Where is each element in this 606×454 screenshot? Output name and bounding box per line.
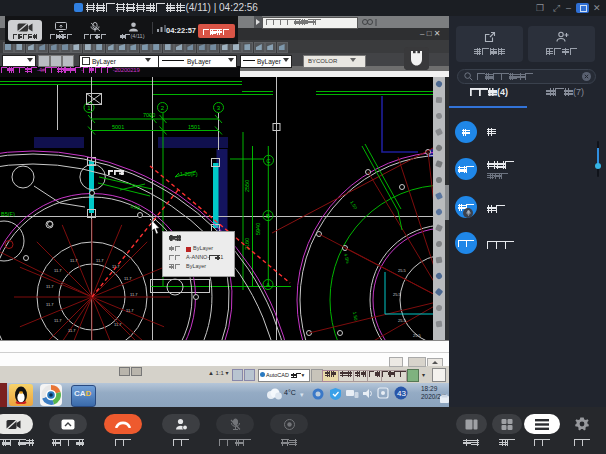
svg-text:1.50: 1.50 (349, 200, 358, 211)
svg-text:11.7: 11.7 (46, 302, 54, 307)
svg-text:2550: 2550 (244, 180, 250, 192)
svg-text:2: 2 (161, 105, 165, 111)
svg-text:1501: 1501 (188, 124, 200, 130)
svg-text:11.7: 11.7 (54, 318, 62, 323)
svg-text:11.7: 11.7 (124, 276, 132, 281)
svg-text:4.5%: 4.5% (343, 253, 350, 264)
svg-text:3: 3 (217, 105, 221, 111)
svg-text:4.08: 4.08 (130, 203, 141, 211)
svg-text:25.5: 25.5 (398, 318, 407, 323)
svg-text:11.7: 11.7 (54, 268, 62, 273)
svg-text:11.7: 11.7 (68, 328, 76, 333)
svg-text:5940: 5940 (255, 223, 261, 235)
svg-text:11.7: 11.7 (130, 292, 138, 297)
svg-text:C: C (266, 158, 271, 164)
svg-text:1: 1 (87, 105, 91, 111)
svg-text:7000: 7000 (143, 112, 155, 118)
svg-text:25.5: 25.5 (413, 333, 422, 338)
svg-text:11.7: 11.7 (96, 258, 104, 263)
svg-text:25.5: 25.5 (393, 292, 402, 297)
svg-text:1.50: 1.50 (352, 311, 359, 321)
svg-text:B: B (266, 213, 270, 219)
svg-text:43: 43 (397, 389, 406, 398)
svg-text:-1.20(F): -1.20(F) (178, 171, 198, 177)
svg-text:5001: 5001 (112, 124, 124, 130)
svg-text:11.7: 11.7 (126, 308, 134, 313)
svg-text:B5(F): B5(F) (1, 211, 15, 217)
svg-text:11.7: 11.7 (70, 258, 78, 263)
svg-text:A: A (266, 282, 270, 288)
svg-text:11.7: 11.7 (46, 284, 54, 289)
svg-text:11.7: 11.7 (114, 322, 122, 327)
svg-text:25.5: 25.5 (398, 268, 407, 273)
